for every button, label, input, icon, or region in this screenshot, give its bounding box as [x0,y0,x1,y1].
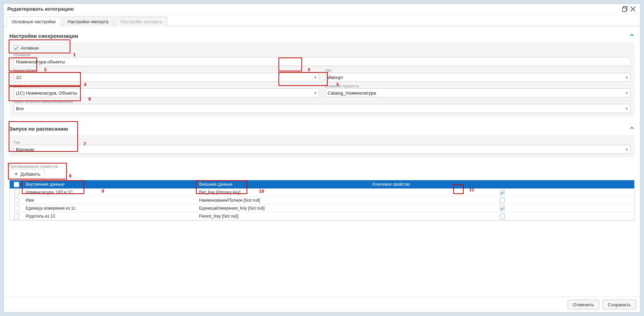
grid-header: Внутренние данные Внешние данные Ключево… [10,180,634,188]
tab-strip: Основные настройки Настройки импорта Нас… [4,14,640,26]
col-external[interactable]: Внешние данные [197,182,370,187]
tab-main[interactable]: Основные настройки [7,17,61,26]
channel-label: Канал OData [14,68,319,73]
active-label: Активная [21,46,39,51]
sync-section: Настройки синхронизации Активная Названи… [9,30,635,116]
tab-import[interactable]: Настройки импорта [62,17,114,26]
dialog: Редактировать интеграцию Основные настро… [3,3,641,313]
dialog-header: Редактировать интеграцию [4,4,640,14]
chevron-down-icon: ▾ [314,90,317,96]
cancel-button[interactable]: Отменить [568,300,599,309]
schedule-section: Запуск по расписанию Тип Вручную ▾ 7 [9,123,635,157]
attrs-label: Преобразование атрибутов [9,164,635,169]
entity-label: Внешняя сущность [325,84,631,88]
table-row[interactable]: Родитель из 1СParent_Key [Not null] [10,212,634,220]
row-external: ЕдиницаИзмерения_Key [Not null] [197,206,370,211]
chevron-down-icon: ▾ [626,75,628,80]
svg-rect-1 [622,8,626,11]
chevron-down-icon: ▾ [314,75,317,80]
schedule-type-label: Тип [14,140,630,145]
table-row[interactable]: Номенклатура. UID в 1СRef_Key [Primary k… [10,188,634,196]
key-checkbox[interactable] [500,214,505,219]
dialog-title: Редактировать интеграцию [7,6,74,12]
channel-field: Канал OData 1C ▾ [14,68,319,82]
dialog-footer: Отменить Сохранить [4,297,640,312]
row-internal: Номенклатура. UID в 1С [24,190,197,195]
row-external: Ref_Key [Primary key] [197,190,370,195]
template-field: Шаблон записи (1C) Номенклатура. Объекты… [14,84,319,97]
row-checkbox[interactable] [14,214,19,219]
template-label: Шаблон записи [14,84,319,88]
sync-title: Настройки синхронизации [9,33,78,39]
chevron-down-icon: ▾ [626,147,628,152]
attrs-grid: Внутренние данные Внешние данные Ключево… [9,180,635,221]
active-checkbox[interactable] [14,45,19,51]
add-button[interactable]: ＋ Добавить [9,169,45,179]
entity-select[interactable]: Catalog_Номенклатура ▾ [325,88,631,97]
row-external: НаименованиеПолное [Not null] [197,198,370,203]
row-checkbox[interactable] [14,190,19,195]
name-field: Название Номенклатура объекты [14,53,630,66]
channel-select[interactable]: 1C ▾ [14,73,319,82]
schedule-collapse-icon[interactable] [629,125,635,132]
template-select[interactable]: (1C) Номенклатура. Объекты ▾ [14,88,319,97]
type-select[interactable]: Импорт ▾ [325,73,631,82]
schedule-title: Запуск по расписанию [9,126,68,132]
type-label: Тип [325,68,631,73]
restore-down-icon[interactable] [621,5,629,13]
sync-collapse-icon[interactable] [629,33,635,39]
header-checkbox[interactable] [14,182,19,187]
plus-icon: ＋ [14,171,18,177]
save-button[interactable]: Сохранить [603,300,636,309]
name-input[interactable]: Номенклатура объекты [14,57,630,66]
row-checkbox[interactable] [14,198,19,203]
chevron-down-icon: ▾ [626,106,628,111]
table-row[interactable]: ИмяНаименованиеПолное [Not null] [10,196,634,204]
tab-export: Настройки экспорта [115,17,168,26]
name-label: Название [14,53,630,57]
attrs-section: Преобразование атрибутов ＋ Добавить Внут… [9,164,635,221]
which-select[interactable]: Все ▾ [14,104,630,113]
dialog-body: Настройки синхронизации Активная Названи… [4,26,640,297]
which-field: Какие объекты синхронизировать Все ▾ [14,99,630,113]
add-label: Добавить [20,172,40,177]
row-internal: Имя [24,198,197,203]
row-external: Parent_Key [Not null] [197,214,370,219]
type-field: Тип Импорт ▾ [325,68,631,82]
col-internal[interactable]: Внутренние данные [24,182,197,187]
row-checkbox[interactable] [14,206,19,211]
which-label: Какие объекты синхронизировать [14,99,630,104]
close-icon[interactable] [629,5,637,13]
schedule-type-select[interactable]: Вручную ▾ [14,145,630,154]
chevron-down-icon: ▾ [626,90,628,96]
key-checkbox[interactable] [500,190,505,195]
row-internal: Единица измерения из 1с [24,206,197,211]
row-internal: Родитель из 1С [24,214,197,219]
key-checkbox[interactable] [500,198,505,203]
col-key[interactable]: Ключевое свойство [370,182,634,187]
entity-field: Внешняя сущность Catalog_Номенклатура ▾ [325,84,631,97]
table-row[interactable]: Единица измерения из 1сЕдиницаИзмерения_… [10,204,634,212]
key-checkbox[interactable] [500,206,505,211]
schedule-type-field: Тип Вручную ▾ [14,140,630,154]
